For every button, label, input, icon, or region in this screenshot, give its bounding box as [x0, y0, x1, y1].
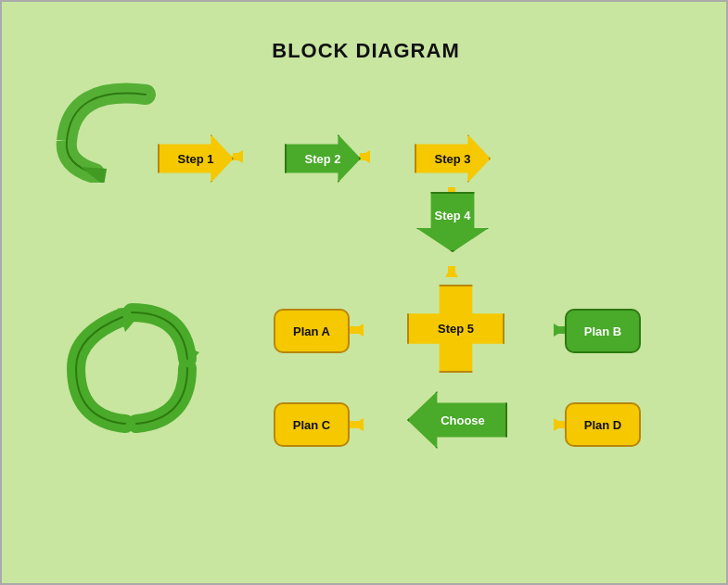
svg-marker-16: [352, 324, 364, 337]
svg-marker-22: [554, 418, 565, 431]
choose-shape: Choose: [407, 391, 507, 449]
step2-label: Step 2: [304, 152, 340, 166]
svg-marker-18: [554, 324, 565, 337]
planC-shape: Plan C: [274, 402, 350, 447]
step3-shape: Step 3: [415, 134, 491, 183]
step5-shape: Step 5: [407, 285, 504, 373]
step2-shape: Step 2: [285, 134, 361, 183]
step4-shape: Step 4: [416, 192, 489, 252]
step3-label: Step 3: [434, 152, 470, 166]
svg-marker-20: [352, 418, 364, 431]
svg-rect-17: [350, 326, 363, 334]
step1-shape: Step 1: [158, 134, 234, 183]
svg-marker-12: [445, 266, 458, 277]
step4-label: Step 4: [434, 209, 470, 236]
planB-shape: Plan B: [565, 309, 641, 353]
svg-rect-9: [360, 153, 370, 160]
planC-label: Plan C: [293, 418, 330, 432]
svg-rect-19: [555, 326, 565, 334]
svg-marker-8: [359, 150, 370, 163]
planD-label: Plan D: [584, 418, 621, 432]
diagram-title: BLOCK DIAGRAM: [2, 39, 728, 63]
svg-rect-23: [555, 421, 565, 428]
svg-marker-6: [232, 150, 243, 163]
svg-rect-7: [233, 153, 243, 160]
svg-rect-21: [350, 421, 363, 428]
step1-label: Step 1: [177, 152, 213, 166]
canvas: BLOCK DIAGRAM: [0, 0, 728, 585]
step5-label: Step 5: [438, 322, 474, 336]
choose-label: Choose: [441, 413, 485, 427]
planA-label: Plan A: [293, 324, 330, 338]
svg-rect-13: [448, 266, 455, 277]
planD-shape: Plan D: [565, 402, 641, 447]
deco-arrow-circle: [62, 299, 201, 433]
planA-shape: Plan A: [274, 309, 350, 353]
planB-label: Plan B: [584, 324, 621, 338]
deco-arrow-topleft: [53, 76, 160, 183]
